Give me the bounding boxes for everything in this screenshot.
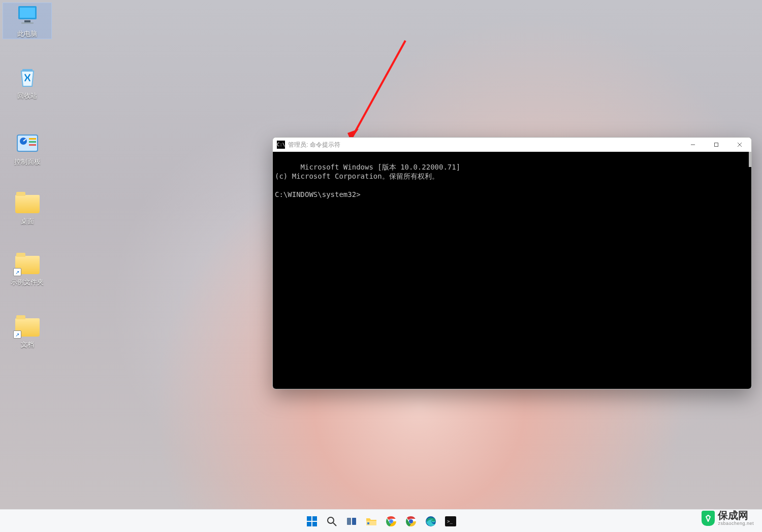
svg-rect-7: [29, 138, 36, 140]
folder-icon: [15, 195, 40, 213]
desktop-icon-label: 控制面板: [3, 157, 51, 167]
file-explorer-icon[interactable]: [364, 514, 379, 529]
cmd-app-icon: C:\: [277, 141, 285, 149]
svg-line-21: [333, 523, 336, 526]
desktop-icon-control-panel[interactable]: 控制面板: [3, 131, 51, 167]
desktop-icon-label: 桌面: [3, 217, 51, 226]
svg-rect-19: [312, 522, 317, 526]
svg-point-29: [390, 520, 393, 523]
this-pc-icon: [15, 3, 40, 27]
recycle-bin-icon: [15, 65, 40, 89]
svg-line-10: [351, 41, 405, 140]
command-prompt-icon[interactable]: >_: [443, 514, 458, 529]
shortcut-overlay-icon: ↗: [13, 268, 21, 276]
terminal-body[interactable]: Microsoft Windows [版本 10.0.22000.71] (c)…: [273, 152, 751, 389]
svg-point-31: [409, 519, 413, 523]
svg-rect-8: [29, 141, 36, 143]
svg-rect-23: [352, 518, 356, 525]
shortcut-overlay-icon: ↗: [13, 330, 21, 339]
svg-rect-9: [29, 144, 36, 146]
svg-rect-17: [312, 516, 317, 521]
folder-icon: ↗: [15, 318, 40, 337]
svg-rect-16: [307, 516, 311, 521]
svg-text:>_: >_: [447, 519, 453, 524]
terminal-scrollbar[interactable]: [749, 152, 751, 167]
desktop-icon-desktop-folder[interactable]: 桌面: [3, 190, 51, 226]
terminal-line: (c) Microsoft Corporation。保留所有权利。: [275, 172, 439, 180]
command-prompt-window[interactable]: C:\ 管理员: 命令提示符 Microsoft Windows [版本 10.…: [272, 137, 752, 389]
desktop-icon-sample-folder[interactable]: ↗ 示例文件夹: [3, 251, 51, 287]
chrome-canary-icon[interactable]: [403, 514, 419, 529]
desktop[interactable]: 此电脑 回收站 控制面板 桌面 ↗ 示例文件夹 ↗ 文档 C:\ 管理员: 命令…: [0, 0, 762, 509]
watermark: 保成网 zsbaocheng.net: [702, 510, 754, 526]
svg-rect-4: [22, 69, 33, 72]
maximize-button[interactable]: [705, 138, 728, 152]
watermark-sub: zsbaocheng.net: [718, 521, 754, 526]
desktop-icon-recycle-bin[interactable]: 回收站: [3, 65, 51, 101]
svg-rect-2: [24, 20, 30, 22]
terminal-prompt: C:\WINDOWS\system32>: [275, 190, 361, 198]
desktop-icon-label: 示例文件夹: [3, 278, 51, 287]
chrome-icon[interactable]: [384, 514, 399, 529]
annotation-arrow: [340, 37, 411, 153]
svg-rect-5: [17, 135, 38, 151]
svg-rect-1: [20, 8, 35, 18]
minimize-button[interactable]: [681, 138, 705, 152]
svg-rect-18: [307, 522, 311, 526]
watermark-brand: 保成网: [718, 510, 748, 521]
svg-rect-3: [21, 22, 34, 24]
task-view-button[interactable]: [344, 514, 359, 529]
close-button[interactable]: [728, 138, 751, 152]
desktop-icon-label: 回收站: [3, 91, 51, 101]
desktop-icon-label: 此电脑: [3, 29, 51, 39]
folder-icon: ↗: [15, 256, 40, 274]
desktop-icon-documents-folder[interactable]: ↗ 文档: [3, 314, 51, 349]
window-titlebar[interactable]: C:\ 管理员: 命令提示符: [273, 138, 751, 152]
desktop-icon-this-pc[interactable]: 此电脑: [3, 3, 51, 39]
svg-rect-25: [367, 522, 369, 524]
svg-rect-22: [347, 518, 351, 525]
svg-point-20: [328, 517, 334, 523]
watermark-shield-icon: [702, 511, 715, 526]
search-button[interactable]: [324, 514, 339, 529]
window-title: 管理员: 命令提示符: [288, 141, 340, 149]
terminal-line: Microsoft Windows [版本 10.0.22000.71]: [301, 163, 461, 171]
desktop-icon-label: 文档: [3, 340, 51, 349]
svg-rect-13: [715, 143, 718, 147]
taskbar[interactable]: >_: [0, 509, 762, 532]
edge-icon[interactable]: [423, 514, 438, 529]
start-button[interactable]: [304, 514, 320, 529]
control-panel-icon: [15, 131, 40, 155]
